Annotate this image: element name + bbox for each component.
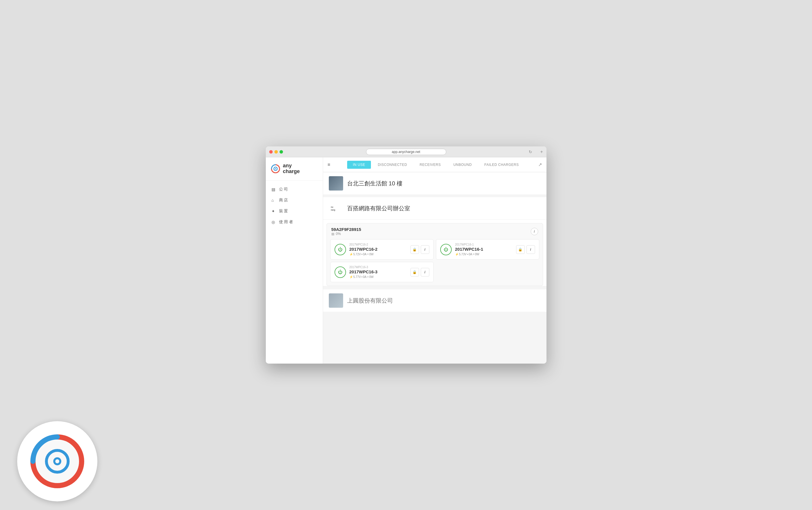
device-group-header-1: 59A2F9F28915 ▤ 0% i [327,224,543,239]
charger-cards: ⏻ 2017WPC16-2 2017WPC16-2 ⚡ 5.72V • 0A [327,239,543,286]
company-icon: ▤ [271,187,276,192]
charger-stats-3: ⚡ 5.77V • 0A = 0W [349,275,407,279]
sidebar-item-company[interactable]: ▤ 公 司 [266,184,323,195]
maximize-button[interactable] [280,150,283,153]
tab-in-use[interactable]: IN USE [347,161,371,169]
charger-sep-3: • [361,275,362,279]
tab-receivers[interactable]: RECEIVERS [414,161,446,169]
charger-sep-1: • [361,253,362,256]
info-button-2[interactable]: i [526,245,535,254]
info-button-1[interactable]: i [421,245,429,254]
browser-titlebar: app.anycharge.net ↻ + [266,146,547,157]
main-content: ≡ IN USE DISCONNECTED RECEIVERS UNBOUND … [323,157,547,364]
location-thumb-2: nu narg [329,201,343,216]
overlay-logo [17,421,97,502]
url-bar[interactable]: app.anycharge.net [366,149,446,155]
charger-name-1: 2017WPC16-2 [349,247,407,252]
main-header: ≡ IN USE DISCONNECTED RECEIVERS UNBOUND … [323,157,547,172]
svg-text:nu: nu [331,206,334,208]
sidebar-item-company-label: 公 司 [279,187,288,192]
device-group-left: 59A2F9F28915 ▤ 0% [331,227,361,236]
power-button-2[interactable]: ⏻ [440,244,452,255]
charger-card-3: ⏻ 2017WPC16-3 2017WPC16-3 ⚡ 5.77V • 0A [330,262,434,282]
charger-stats-1: ⚡ 5.72V • 0A = 0W [349,253,407,256]
tabs: IN USE DISCONNECTED RECEIVERS UNBOUND FA… [335,161,537,169]
charger-power-2: 0W [475,253,479,256]
traffic-lights [269,150,283,153]
sidebar-item-shop-label: 商 店 [279,198,288,203]
charger-sep-2: • [467,253,468,256]
charger-actions-1: 🔒 i [410,245,429,254]
charger-card-2: ⏻ 2017WPC16-1 2017WPC16-1 ⚡ 5.73V • 0A [436,239,539,260]
sidebar-logo: any charge [266,157,323,180]
charger-name-3: 2017WPC16-3 [349,269,407,274]
charger-name-2: 2017WPC16-1 [455,247,513,252]
lightning-icon-3: ⚡ [349,275,353,279]
location-header-3: 上圓股份有限公司 [323,289,547,312]
lightning-icon-2: ⚡ [455,253,459,256]
tab-unbound[interactable]: UNBOUND [448,161,477,169]
close-button[interactable] [269,150,273,153]
sidebar-item-user[interactable]: ◎ 使 用 者 [266,217,323,227]
logo-text: any charge [283,163,300,174]
power-button-3[interactable]: ⏻ [335,266,346,278]
minimize-button[interactable] [274,150,278,153]
charger-current-1: 0A [363,253,366,256]
charger-current-3: 0A [363,275,366,279]
svg-point-8 [55,459,59,463]
location-header-2: nu narg 百搭網路有限公司辦公室 [323,197,547,220]
hamburger-button[interactable]: ≡ [328,162,330,167]
new-tab-button[interactable]: + [540,149,543,154]
battery-percent: 0% [336,232,341,236]
battery-icon: ▤ [331,232,334,236]
location-section-3: 上圓股份有限公司 [323,289,547,312]
device-group-id: 59A2F9F28915 [331,227,361,232]
device-group-info: ▤ 0% [331,232,361,236]
sidebar-item-device-label: 裝 置 [279,208,288,214]
location-header-1: 台北三創生活館 10 樓 [323,172,547,195]
anycharge-logo-icon [270,164,281,174]
charger-eq-2: = [472,253,474,256]
location-section-2: nu narg 百搭網路有限公司辦公室 59A2F9F28915 [323,197,547,286]
browser-window: app.anycharge.net ↻ + any charge [266,146,547,364]
charger-voltage-2: 5.73V [459,253,467,256]
power-button-1[interactable]: ⏻ [335,244,346,255]
location-thumb-1 [329,176,343,191]
location-thumb-img-1 [329,176,343,191]
export-button[interactable]: ↗ [538,162,542,167]
sidebar-item-user-label: 使 用 者 [279,220,293,225]
charger-info-1: 2017WPC16-2 2017WPC16-2 ⚡ 5.72V • 0A = 0… [349,243,407,256]
user-icon: ◎ [271,220,276,224]
anycharge-large-logo [29,433,86,490]
charger-actions-3: 🔒 i [410,268,429,277]
svg-point-2 [275,168,276,169]
sidebar-item-device[interactable]: ✦ 裝 置 [266,206,323,217]
lock-button-3[interactable]: 🔒 [410,268,419,277]
location-section-1: 台北三創生活館 10 樓 [323,172,547,195]
charger-voltage-3: 5.77V [353,275,361,279]
charger-subname-1: 2017WPC16-2 [349,243,407,246]
charger-current-2: 0A [469,253,472,256]
device-icon: ✦ [271,209,276,214]
charger-info-3: 2017WPC16-3 2017WPC16-3 ⚡ 5.77V • 0A = 0… [349,265,407,279]
charger-info-2: 2017WPC16-1 2017WPC16-1 ⚡ 5.73V • 0A = 0… [455,243,513,256]
charger-stats-2: ⚡ 5.73V • 0A = 0W [455,253,513,256]
info-button-3[interactable]: i [421,268,429,277]
tab-disconnected[interactable]: DISCONNECTED [372,161,413,169]
device-group-info-button[interactable]: i [531,228,538,235]
charger-power-1: 0W [369,253,374,256]
tab-failed-chargers[interactable]: FAILED CHARGERS [478,161,524,169]
location-thumb-img-3 [329,293,343,308]
reload-button[interactable]: ↻ [529,149,532,154]
charger-power-3: 0W [369,275,374,279]
lightning-icon-1: ⚡ [349,253,353,256]
sidebar-item-shop[interactable]: ⌂ 商 店 [266,195,323,206]
device-group-1: 59A2F9F28915 ▤ 0% i [326,223,543,286]
charger-subname-3: 2017WPC16-3 [349,265,407,269]
charger-card-1: ⏻ 2017WPC16-2 2017WPC16-2 ⚡ 5.72V • 0A [330,239,434,260]
charger-voltage-1: 5.72V [353,253,361,256]
browser-body: any charge ▤ 公 司 ⌂ 商 店 ✦ 裝 置 ◎ [266,157,547,364]
location-name-2: 百搭網路有限公司辦公室 [347,204,410,212]
lock-button-1[interactable]: 🔒 [410,245,419,254]
lock-button-2[interactable]: 🔒 [516,245,525,254]
